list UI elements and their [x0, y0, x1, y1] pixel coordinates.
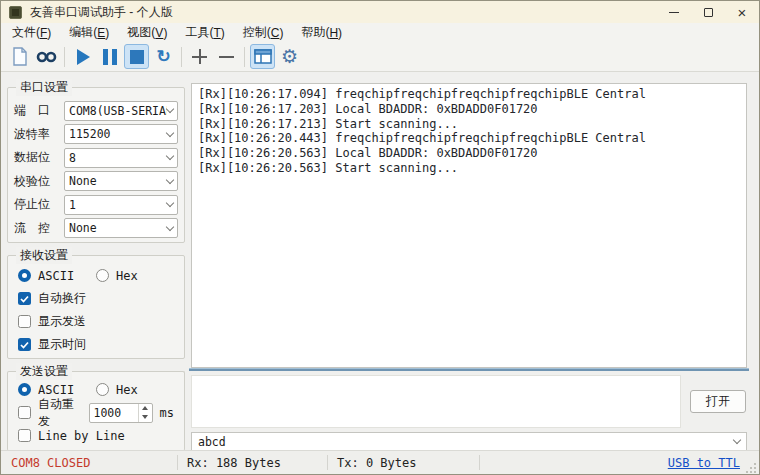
chevron-down-icon [166, 223, 174, 231]
auto-newline-checkbox[interactable] [18, 292, 31, 305]
show-sent-checkbox[interactable] [18, 315, 31, 328]
stop-button[interactable] [124, 44, 149, 69]
rx-ascii-radio[interactable] [18, 269, 31, 282]
databits-row: 数据位 8 [8, 146, 184, 170]
chevron-down-icon [166, 199, 174, 207]
port-label: 端 口 [14, 102, 64, 119]
app-window: 友善串口调试助手 - 个人版 × 文件(F) 编辑(E) 视图(V) 工具(T)… [0, 0, 760, 475]
pause-button[interactable] [97, 44, 122, 69]
chevron-down-icon [166, 129, 174, 137]
zoom-in-icon [192, 49, 207, 64]
auto-resend-row: 自动重发 1000 ms [8, 401, 184, 424]
receive-log-area[interactable]: [Rx][10:26:17.094] freqchipfreqchipfreqc… [191, 83, 747, 368]
flowctrl-select[interactable]: None [64, 218, 178, 238]
parity-row: 校验位 None [8, 170, 184, 194]
zoom-out-button[interactable] [214, 44, 239, 69]
chevron-down-icon [166, 176, 174, 184]
auto-resend-checkbox[interactable] [18, 406, 31, 419]
settings-button[interactable]: ⚙ [277, 44, 302, 69]
menu-tools[interactable]: 工具(T) [176, 23, 233, 42]
menu-bar: 文件(F) 编辑(E) 视图(V) 工具(T) 控制(C) 帮助(H) [1, 23, 759, 42]
split-view-button[interactable] [250, 44, 275, 69]
title-bar: 友善串口调试助手 - 个人版 × [1, 1, 759, 23]
tx-bytes-count: Tx: 0 Bytes [328, 456, 479, 470]
arrow-up-icon [142, 406, 148, 410]
send-message-input[interactable] [191, 375, 681, 428]
line-by-line-label: Line by Line [38, 429, 125, 443]
send-format-row: ASCII Hex [8, 378, 184, 401]
flowctrl-row: 流 控 None [8, 217, 184, 241]
rx-ascii-label: ASCII [38, 269, 96, 283]
menu-edit[interactable]: 编辑(E) [60, 23, 118, 42]
zoom-in-button[interactable] [187, 44, 212, 69]
line-by-line-checkbox[interactable] [18, 429, 31, 442]
maximize-button[interactable] [691, 1, 725, 23]
new-file-button[interactable] [7, 44, 32, 69]
port-select[interactable]: COM8(USB-SERIAL ( [64, 101, 178, 121]
show-sent-row: 显示发送 [8, 310, 184, 333]
auto-resend-unit: ms [160, 406, 174, 420]
tx-hex-label: Hex [116, 383, 138, 397]
play-button[interactable] [70, 44, 95, 69]
maximize-icon [704, 8, 713, 17]
statusbar-separator [479, 455, 480, 470]
auto-resend-interval-stepper[interactable]: 1000 [89, 403, 153, 423]
parity-select[interactable]: None [64, 171, 178, 191]
serial-settings-title: 串口设置 [16, 79, 72, 96]
split-view-icon [254, 49, 272, 64]
flowctrl-label: 流 控 [14, 220, 64, 237]
show-time-row: 显示时间 [8, 333, 184, 356]
rx-hex-radio[interactable] [96, 269, 109, 282]
send-settings-title: 发送设置 [16, 363, 72, 380]
receive-format-row: ASCII Hex [8, 264, 184, 287]
record-button[interactable] [34, 44, 59, 69]
toolbar-separator [64, 47, 65, 67]
resize-grip[interactable] [746, 463, 757, 474]
auto-newline-label: 自动换行 [38, 290, 86, 307]
app-icon [9, 6, 22, 19]
baud-select[interactable]: 115200 [64, 124, 178, 144]
menu-help[interactable]: 帮助(H) [292, 23, 351, 42]
databits-select[interactable]: 8 [64, 148, 178, 168]
gear-icon: ⚙ [281, 47, 298, 66]
stopbits-select[interactable]: 1 [64, 195, 178, 215]
line-by-line-row: Line by Line [8, 424, 184, 447]
toolbar: ↻ ⚙ [1, 42, 759, 72]
zoom-out-icon [219, 56, 234, 58]
port-status-text: COM8 CLOSED [1, 456, 177, 470]
send-history-select[interactable]: abcd [191, 432, 747, 451]
close-button[interactable]: × [725, 1, 759, 23]
menu-view[interactable]: 视图(V) [118, 23, 176, 42]
parity-label: 校验位 [14, 173, 64, 190]
send-history-value: abcd [198, 435, 226, 449]
tx-ascii-label: ASCII [38, 383, 96, 397]
usb-to-ttl-link[interactable]: USB to TTL [668, 456, 740, 470]
stop-icon [130, 50, 144, 64]
open-port-button[interactable]: 打开 [690, 390, 746, 413]
toolbar-separator [244, 47, 245, 67]
stopbits-row: 停止位 1 [8, 193, 184, 217]
receive-settings-group: 接收设置 ASCII Hex 自动换行 显示发送 显示时间 [7, 255, 185, 359]
minimize-button[interactable] [657, 1, 691, 23]
splitter-handle[interactable] [189, 368, 749, 371]
baud-row: 波特率 115200 [8, 123, 184, 147]
pause-icon [103, 49, 117, 65]
port-row: 端 口 COM8(USB-SERIAL ( [8, 99, 184, 123]
refresh-button[interactable]: ↻ [151, 44, 176, 69]
record-icon [36, 50, 57, 64]
rx-bytes-count: Rx: 188 Bytes [178, 456, 327, 470]
tx-hex-radio[interactable] [96, 383, 109, 396]
chevron-down-icon [166, 152, 174, 160]
baud-label: 波特率 [14, 126, 64, 143]
new-file-icon [12, 47, 28, 66]
stepper-arrows[interactable] [138, 404, 152, 422]
window-title: 友善串口调试助手 - 个人版 [30, 4, 173, 21]
show-time-checkbox[interactable] [18, 338, 31, 351]
menu-control[interactable]: 控制(C) [234, 23, 293, 42]
close-icon: × [738, 5, 747, 20]
toolbar-separator [181, 47, 182, 67]
show-sent-label: 显示发送 [38, 313, 86, 330]
show-time-label: 显示时间 [38, 336, 86, 353]
menu-file[interactable]: 文件(F) [3, 23, 60, 42]
tx-ascii-radio[interactable] [18, 383, 31, 396]
